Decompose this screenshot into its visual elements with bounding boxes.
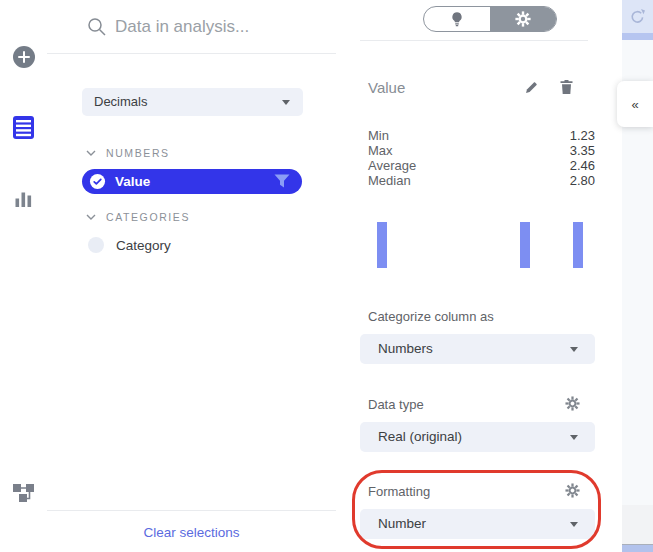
data-panel: Decimals NUMBERS Value CATEGORIES Catego… — [47, 0, 337, 552]
collapse-chevrons-icon: « — [631, 97, 638, 112]
data-type-settings-button[interactable] — [565, 396, 580, 411]
rename-column-button[interactable] — [524, 80, 539, 95]
filter-funnel-icon[interactable] — [274, 174, 290, 192]
refresh-icon — [629, 8, 646, 25]
stat-row-max: Max 3.35 — [368, 143, 595, 158]
column-details-panel: Value Min 1.23 Max 3.35 Average 2.46 Med… — [336, 0, 622, 552]
activity-rail — [0, 0, 48, 552]
stat-value: 1.23 — [570, 128, 595, 143]
panel-edge-block — [622, 505, 653, 544]
categorize-dropdown[interactable]: Numbers — [360, 334, 595, 364]
dataset-selector-value: Decimals — [94, 94, 147, 109]
stat-row-average: Average 2.46 — [368, 158, 595, 173]
divider — [360, 40, 588, 41]
categorize-dropdown-value: Numbers — [378, 341, 433, 356]
formatting-dropdown-value: Number — [378, 516, 426, 531]
lightbulb-icon — [449, 11, 465, 27]
stat-value: 2.46 — [570, 158, 595, 173]
delete-column-button[interactable] — [559, 79, 574, 95]
stat-label: Max — [368, 143, 393, 158]
statusbar-edge — [622, 544, 653, 552]
column-stats: Min 1.23 Max 3.35 Average 2.46 Median 2.… — [368, 128, 595, 188]
gear-icon — [565, 396, 580, 411]
chevron-down-icon — [282, 100, 290, 105]
formatting-dropdown[interactable]: Number — [360, 509, 595, 539]
search-bar — [47, 0, 336, 54]
section-label: NUMBERS — [106, 147, 170, 159]
chevron-down-icon — [570, 435, 578, 440]
histogram-bar — [573, 222, 583, 268]
data-in-analysis-button[interactable] — [0, 116, 47, 142]
stat-label: Min — [368, 128, 389, 143]
add-data-button[interactable] — [0, 46, 47, 68]
data-canvas-button[interactable] — [0, 481, 47, 505]
toolbar-edge — [622, 33, 653, 40]
data-canvas-icon — [13, 481, 34, 505]
search-icon — [87, 17, 106, 36]
chevron-down-icon — [86, 214, 96, 220]
panel-mode-toggle — [423, 6, 557, 32]
settings-toggle[interactable] — [490, 7, 556, 31]
data-type-dropdown[interactable]: Real (original) — [360, 422, 595, 452]
stat-label: Median — [368, 173, 411, 188]
bar-chart-icon — [15, 190, 32, 210]
stat-label: Average — [368, 158, 416, 173]
gear-icon — [565, 483, 580, 498]
refresh-button[interactable] — [622, 0, 653, 33]
collapse-panel-button[interactable]: « — [617, 81, 653, 127]
category-circle-icon — [88, 237, 104, 253]
formatting-label: Formatting — [368, 484, 430, 499]
chevron-down-icon — [570, 347, 578, 352]
clear-selections-link[interactable]: Clear selections — [143, 525, 239, 540]
histogram-bar — [377, 222, 387, 268]
column-item-category[interactable]: Category — [88, 236, 171, 254]
stat-row-min: Min 1.23 — [368, 128, 595, 143]
categorize-label: Categorize column as — [368, 309, 494, 324]
histogram-bar — [520, 222, 530, 268]
section-header-numbers[interactable]: NUMBERS — [86, 146, 170, 160]
column-item-label: Value — [115, 174, 150, 189]
stat-value: 2.80 — [570, 173, 595, 188]
section-header-categories[interactable]: CATEGORIES — [86, 210, 190, 224]
data-type-label: Data type — [368, 397, 424, 412]
visualization-types-button[interactable] — [0, 190, 47, 210]
data-list-icon — [13, 116, 34, 142]
dataset-selector[interactable]: Decimals — [82, 88, 303, 116]
distribution-histogram — [360, 210, 595, 268]
column-item-label: Category — [116, 238, 171, 253]
app-root: Decimals NUMBERS Value CATEGORIES Catego… — [0, 0, 653, 552]
plus-circle-icon — [13, 46, 35, 68]
search-input[interactable] — [113, 12, 317, 42]
check-circle-icon — [89, 173, 106, 190]
formatting-settings-button[interactable] — [565, 483, 580, 498]
section-label: CATEGORIES — [106, 211, 190, 223]
column-item-value[interactable]: Value — [82, 169, 302, 194]
pencil-icon — [524, 80, 539, 95]
chevron-down-icon — [86, 150, 96, 156]
trash-icon — [559, 79, 574, 95]
chevron-down-icon — [570, 522, 578, 527]
stat-value: 3.35 — [570, 143, 595, 158]
gear-icon — [515, 11, 531, 27]
data-type-dropdown-value: Real (original) — [378, 429, 462, 444]
column-title: Value — [368, 79, 405, 96]
data-panel-footer: Clear selections — [47, 510, 336, 552]
recommendations-toggle[interactable] — [424, 7, 490, 31]
stat-row-median: Median 2.80 — [368, 173, 595, 188]
